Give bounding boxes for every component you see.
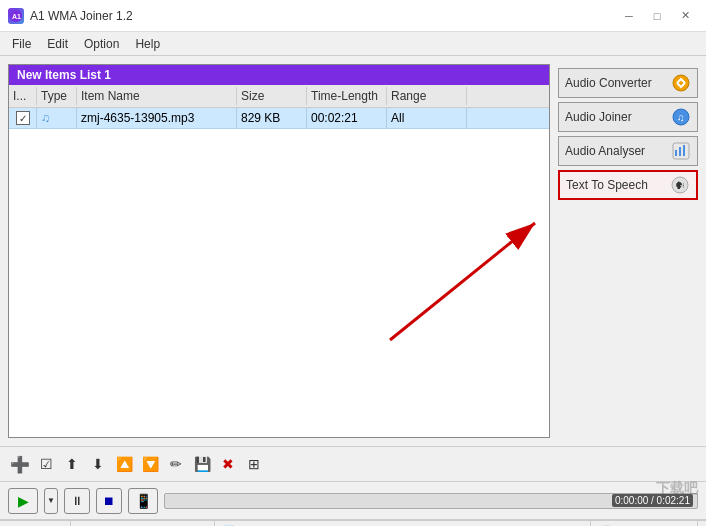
row-index: ✓	[9, 108, 37, 128]
bottom-button[interactable]: 🔽	[138, 452, 162, 476]
close-button[interactable]: ✕	[672, 6, 698, 26]
audio-converter-button[interactable]: Audio Converter	[558, 68, 698, 98]
stop-button[interactable]: ⏹	[96, 488, 122, 514]
audio-joiner-button[interactable]: Audio Joiner ♫	[558, 102, 698, 132]
svg-point-2	[673, 75, 689, 91]
window-title: A1 WMA Joiner 1.2	[30, 9, 133, 23]
progress-bar[interactable]: 0:00:00 / 0:02:21	[164, 493, 698, 509]
title-bar: A1 A1 WMA Joiner 1.2 ─ □ ✕	[0, 0, 706, 32]
row-name: zmj-4635-13905.mp3	[77, 108, 237, 128]
main-content: New Items List 1 I... Type Item Name Siz…	[0, 56, 706, 446]
moveup-button[interactable]: ⬆	[60, 452, 84, 476]
items-list-panel: New Items List 1 I... Type Item Name Siz…	[8, 64, 550, 438]
top-button[interactable]: 🔼	[112, 452, 136, 476]
save-button[interactable]: 💾	[190, 452, 214, 476]
check-button[interactable]: ☑	[34, 452, 58, 476]
text-to-speech-button[interactable]: Text To Speech 🗣	[558, 170, 698, 200]
col-header-time: Time-Length	[307, 87, 387, 105]
table-row[interactable]: ✓ ♫ zmj-4635-13905.mp3 829 KB 00:02:21 A…	[9, 108, 549, 129]
status-details: 1 Items, 829 KB, 00:02:21	[71, 521, 215, 526]
status-master-volume: 🔊 Master Volume	[591, 521, 698, 526]
audio-analyser-icon	[671, 141, 691, 161]
audio-joiner-label: Audio Joiner	[565, 110, 671, 124]
minimize-button[interactable]: ─	[616, 6, 642, 26]
audio-converter-label: Audio Converter	[565, 76, 671, 90]
play-button[interactable]: ▶	[8, 488, 38, 514]
audio-analyser-button[interactable]: Audio Analyser	[558, 136, 698, 166]
menu-option[interactable]: Option	[76, 35, 127, 53]
svg-rect-7	[679, 147, 681, 156]
check-icon: ✓	[16, 111, 30, 125]
delete-button[interactable]: ✖	[216, 452, 240, 476]
row-type: ♫	[37, 108, 77, 128]
svg-text:♫: ♫	[677, 112, 685, 123]
col-header-name: Item Name	[77, 87, 237, 105]
pause-button[interactable]: ⏸	[64, 488, 90, 514]
panel-header: New Items List 1	[9, 65, 549, 85]
add-button[interactable]: ➕	[8, 452, 32, 476]
audio-joiner-icon: ♫	[671, 107, 691, 127]
bottom-toolbar: ➕ ☑ ⬆ ⬇ 🔼 🔽 ✏ 💾 ✖ ⊞	[0, 446, 706, 482]
row-range: All	[387, 108, 467, 128]
status-bar: ⬤ 1 Items. 1 Items, 829 KB, 00:02:21 📄 R…	[0, 520, 706, 526]
edit-button[interactable]: ✏	[164, 452, 188, 476]
menu-edit[interactable]: Edit	[39, 35, 76, 53]
play-dropdown-button[interactable]: ▼	[44, 488, 58, 514]
svg-text:A1: A1	[12, 13, 21, 20]
list-header: I... Type Item Name Size Time-Length Ran…	[9, 85, 549, 108]
status-ready: 📄 Ready.	[215, 521, 590, 526]
right-panel: Audio Converter Audio Joiner ♫	[558, 64, 698, 438]
music-icon: ♫	[41, 111, 50, 125]
player-bar: ▶ ▼ ⏸ ⏹ 📱 0:00:00 / 0:02:21	[0, 482, 706, 520]
text-to-speech-icon: 🗣	[670, 175, 690, 195]
svg-rect-6	[675, 150, 677, 156]
row-size: 829 KB	[237, 108, 307, 128]
movedown-button[interactable]: ⬇	[86, 452, 110, 476]
audio-converter-icon	[671, 73, 691, 93]
text-to-speech-label: Text To Speech	[566, 178, 670, 192]
title-bar-left: A1 A1 WMA Joiner 1.2	[8, 8, 133, 24]
menu-help[interactable]: Help	[127, 35, 168, 53]
grid-button[interactable]: ⊞	[242, 452, 266, 476]
watermark: 下载吧	[656, 480, 698, 498]
status-item-count: ⬤ 1 Items.	[8, 521, 71, 526]
phone-button[interactable]: 📱	[128, 488, 158, 514]
menu-file[interactable]: File	[4, 35, 39, 53]
maximize-button[interactable]: □	[644, 6, 670, 26]
col-header-index: I...	[9, 87, 37, 105]
window-controls: ─ □ ✕	[616, 6, 698, 26]
col-header-range: Range	[387, 87, 467, 105]
menu-bar: File Edit Option Help	[0, 32, 706, 56]
row-time: 00:02:21	[307, 108, 387, 128]
col-header-type: Type	[37, 87, 77, 105]
app-icon: A1	[8, 8, 24, 24]
audio-analyser-label: Audio Analyser	[565, 144, 671, 158]
svg-rect-8	[683, 145, 685, 156]
list-body: ✓ ♫ zmj-4635-13905.mp3 829 KB 00:02:21 A…	[9, 108, 549, 437]
svg-text:🗣: 🗣	[675, 180, 685, 191]
col-header-size: Size	[237, 87, 307, 105]
